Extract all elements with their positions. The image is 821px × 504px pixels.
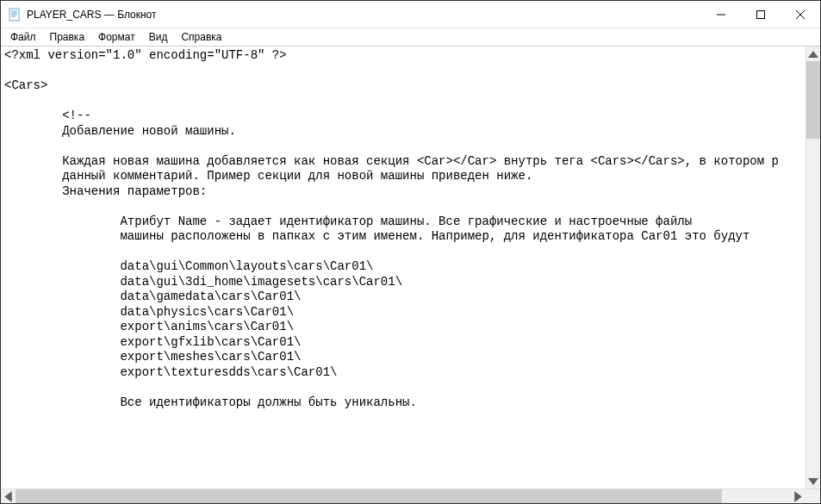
notepad-icon — [8, 8, 22, 22]
svg-rect-6 — [757, 10, 765, 18]
menu-view[interactable]: Вид — [143, 30, 174, 44]
scrollbar-corner — [805, 489, 820, 503]
svg-marker-10 — [808, 478, 818, 485]
text-editor[interactable]: <?xml version="1.0" encoding="UTF-8" ?> … — [1, 47, 805, 488]
editor-area: <?xml version="1.0" encoding="UTF-8" ?> … — [1, 46, 820, 488]
menu-format[interactable]: Формат — [92, 30, 141, 44]
close-button[interactable] — [781, 1, 820, 28]
scroll-up-button[interactable] — [806, 47, 820, 61]
menu-help[interactable]: Справка — [175, 30, 227, 44]
notepad-window: PLAYER_CARS — Блокнот Файл Правка Формат… — [1, 1, 820, 503]
vertical-scroll-thumb[interactable] — [806, 61, 820, 139]
svg-marker-9 — [808, 51, 818, 58]
window-title: PLAYER_CARS — Блокнот — [27, 9, 156, 21]
horizontal-scrollbar[interactable] — [1, 488, 820, 503]
svg-marker-12 — [794, 491, 802, 502]
vertical-scrollbar[interactable] — [805, 47, 820, 488]
menubar: Файл Правка Формат Вид Справка — [1, 28, 820, 46]
vertical-scroll-track[interactable] — [806, 61, 820, 474]
horizontal-scroll-track[interactable] — [16, 489, 791, 503]
titlebar[interactable]: PLAYER_CARS — Блокнот — [1, 1, 820, 28]
scroll-right-button[interactable] — [791, 489, 805, 503]
horizontal-scroll-thumb[interactable] — [16, 489, 722, 503]
scroll-left-button[interactable] — [1, 489, 16, 503]
maximize-button[interactable] — [741, 1, 781, 28]
window-controls — [701, 1, 820, 28]
menu-file[interactable]: Файл — [4, 30, 42, 44]
scroll-down-button[interactable] — [806, 474, 820, 488]
menu-edit[interactable]: Правка — [44, 30, 91, 44]
minimize-button[interactable] — [701, 1, 741, 28]
svg-marker-11 — [4, 491, 12, 502]
